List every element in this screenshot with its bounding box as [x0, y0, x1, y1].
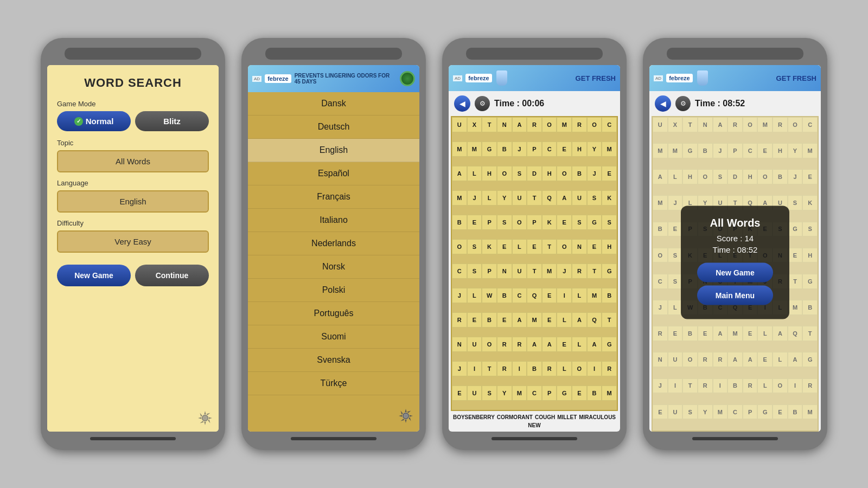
grid-cell[interactable]: E	[467, 215, 482, 230]
grid-cell[interactable]: R	[572, 117, 587, 132]
grid-cell[interactable]: B	[527, 361, 542, 376]
grid-cell[interactable]: M	[452, 142, 467, 157]
language-item-polski[interactable]: Polski	[248, 279, 419, 302]
back-button-go[interactable]: ◀	[655, 95, 671, 112]
grid-cell[interactable]: E	[527, 239, 542, 254]
grid-cell[interactable]: Q	[587, 312, 602, 328]
grid-cell[interactable]: S	[587, 190, 602, 206]
grid-cell[interactable]: M	[512, 386, 527, 401]
grid-cell[interactable]: C	[527, 386, 542, 401]
grid-cell[interactable]: A	[542, 337, 557, 352]
grid-cell[interactable]: E	[542, 288, 557, 303]
grid-cell[interactable]: B	[572, 166, 587, 181]
grid-cell[interactable]: R	[542, 361, 557, 376]
grid-cell[interactable]: S	[467, 239, 482, 254]
grid-cell[interactable]: O	[572, 361, 587, 376]
settings-button-game[interactable]: ⚙	[475, 96, 490, 111]
continue-button[interactable]: Continue	[135, 265, 209, 286]
language-selector[interactable]: English	[57, 190, 209, 213]
grid-cell[interactable]: U	[512, 264, 527, 279]
grid-cell[interactable]: O	[587, 117, 602, 132]
grid-cell[interactable]: P	[527, 142, 542, 157]
grid-cell[interactable]: B	[497, 288, 512, 303]
grid-cell[interactable]: O	[512, 215, 527, 230]
grid-cell[interactable]: E	[557, 142, 572, 157]
grid-cell[interactable]: S	[572, 215, 587, 230]
grid-cell[interactable]: A	[512, 312, 527, 328]
grid-cell[interactable]: L	[512, 239, 527, 254]
grid-cell[interactable]: T	[527, 264, 542, 279]
grid-cell[interactable]: T	[587, 264, 602, 279]
grid-cell[interactable]: S	[602, 215, 617, 230]
normal-mode-button[interactable]: ✓ Normal	[57, 111, 131, 131]
grid-cell[interactable]: G	[557, 386, 572, 401]
grid-cell[interactable]: B	[482, 312, 497, 328]
grid-cell[interactable]: T	[482, 117, 497, 132]
overlay-main-menu-button[interactable]: Main Menu	[697, 286, 773, 305]
difficulty-selector[interactable]: Very Easy	[57, 230, 209, 253]
new-game-button[interactable]: New Game	[57, 265, 131, 286]
grid-cell[interactable]: R	[512, 337, 527, 352]
language-item-suomi[interactable]: Suomi	[248, 325, 419, 349]
grid-cell[interactable]: Y	[497, 190, 512, 206]
blitz-mode-button[interactable]: Blitz	[135, 111, 209, 131]
grid-cell[interactable]: E	[572, 386, 587, 401]
grid-cell[interactable]: K	[542, 215, 557, 230]
language-item-english[interactable]: English	[248, 139, 419, 162]
grid-cell[interactable]: K	[482, 239, 497, 254]
grid-cell[interactable]: K	[602, 190, 617, 206]
grid-cell[interactable]: E	[467, 312, 482, 328]
grid-cell[interactable]: O	[557, 239, 572, 254]
grid-cell[interactable]: P	[527, 215, 542, 230]
grid-cell[interactable]: L	[557, 312, 572, 328]
grid-cell[interactable]: U	[467, 386, 482, 401]
grid-cell[interactable]: C	[512, 288, 527, 303]
lang-gear-corner[interactable]	[398, 408, 414, 426]
grid-cell[interactable]: I	[512, 361, 527, 376]
grid-cell[interactable]: J	[512, 142, 527, 157]
grid-cell[interactable]: S	[482, 386, 497, 401]
grid-cell[interactable]: M	[467, 142, 482, 157]
grid-cell[interactable]: J	[557, 264, 572, 279]
grid-cell[interactable]: T	[602, 312, 617, 328]
grid-cell[interactable]: N	[572, 239, 587, 254]
grid-cell[interactable]: R	[452, 312, 467, 328]
grid-cell[interactable]: U	[512, 190, 527, 206]
grid-cell[interactable]: L	[482, 190, 497, 206]
grid-cell[interactable]: A	[572, 312, 587, 328]
grid-cell[interactable]: B	[497, 142, 512, 157]
language-item-italiano[interactable]: Italiano	[248, 209, 419, 232]
grid-cell[interactable]: P	[542, 386, 557, 401]
grid-cell[interactable]: E	[602, 166, 617, 181]
grid-cell[interactable]: D	[527, 166, 542, 181]
language-item-dansk[interactable]: Dansk	[248, 92, 419, 115]
grid-cell[interactable]: W	[482, 288, 497, 303]
grid-cell[interactable]: E	[557, 215, 572, 230]
grid-cell[interactable]: S	[497, 215, 512, 230]
grid-cell[interactable]: B	[587, 386, 602, 401]
back-button-game[interactable]: ◀	[454, 95, 470, 112]
grid-cell[interactable]: O	[482, 337, 497, 352]
grid-cell[interactable]: L	[467, 288, 482, 303]
grid-cell[interactable]: E	[497, 239, 512, 254]
grid-cell[interactable]: A	[587, 337, 602, 352]
grid-cell[interactable]: E	[497, 312, 512, 328]
grid-cell[interactable]: M	[602, 386, 617, 401]
grid-cell[interactable]: A	[512, 117, 527, 132]
grid-cell[interactable]: S	[467, 264, 482, 279]
language-item-nederlands[interactable]: Nederlands	[248, 232, 419, 255]
language-item-español[interactable]: Español	[248, 162, 419, 185]
grid-cell[interactable]: I	[587, 361, 602, 376]
language-item-français[interactable]: Français	[248, 185, 419, 209]
overlay-new-game-button[interactable]: New Game	[697, 263, 773, 282]
language-item-svenska[interactable]: Svenska	[248, 349, 419, 372]
grid-cell[interactable]: Y	[497, 386, 512, 401]
grid-cell[interactable]: A	[452, 166, 467, 181]
grid-cell[interactable]: Q	[542, 190, 557, 206]
grid-cell[interactable]: U	[452, 117, 467, 132]
grid-cell[interactable]: L	[572, 337, 587, 352]
grid-cell[interactable]: P	[482, 215, 497, 230]
grid-cell[interactable]: O	[542, 117, 557, 132]
grid-cell[interactable]: N	[497, 117, 512, 132]
grid-cell[interactable]: J	[452, 288, 467, 303]
